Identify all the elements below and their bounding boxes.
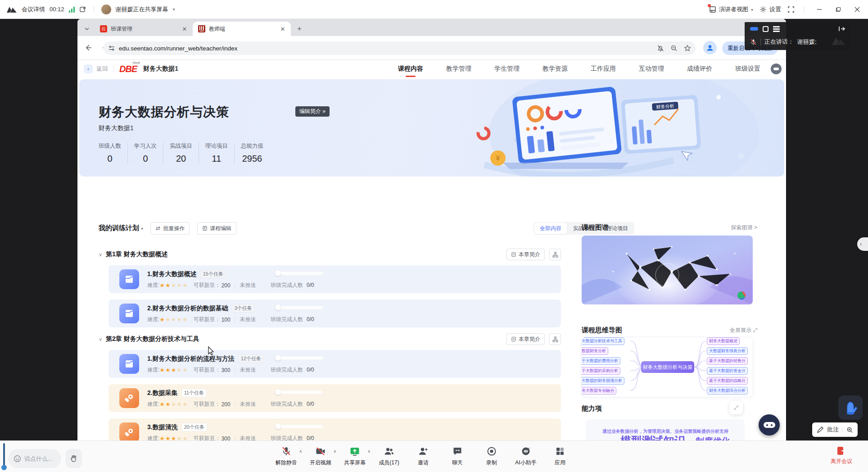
toolbar-record-button[interactable]: 录制 — [480, 444, 503, 471]
chapter-intro-button[interactable]: 本章简介 — [506, 249, 545, 260]
fullscreen-icon[interactable] — [787, 6, 795, 13]
meeting-detail-link[interactable]: 会议详情 — [22, 5, 45, 14]
chat-quick-input[interactable] — [8, 449, 61, 468]
toolbar-invite-button[interactable]: 邀请 — [411, 444, 435, 471]
zoom-in-icon[interactable] — [846, 427, 853, 433]
chevron-up-icon[interactable]: ∧ — [299, 449, 302, 454]
chevron-down-icon[interactable]: ▾ — [141, 226, 143, 231]
batch-actions-button[interactable]: 批量操作 — [150, 222, 190, 235]
mindmap-node[interactable]: 财务大数据专创融合 — [582, 387, 616, 395]
nav-item-1[interactable]: 教学管理 — [446, 65, 471, 73]
leave-meeting-button[interactable]: 离开会议 — [831, 446, 852, 465]
chat-input[interactable] — [24, 455, 56, 462]
mindmap-node[interactable]: 基于大数据的销售分 — [707, 357, 748, 365]
item-title[interactable]: 2.数据采集 — [147, 389, 178, 397]
pen-icon[interactable] — [817, 427, 823, 433]
volume-slider[interactable] — [1, 443, 7, 471]
toolbar-mic-off-button[interactable]: 解除静音 ∧ — [275, 444, 298, 471]
browser-tab[interactable]: 云 班课管理 ✕ — [95, 22, 193, 36]
annotate-label[interactable]: 批注 — [827, 426, 839, 434]
address-bar[interactable]: edu.seentao.com/runner_web/teacher/index — [104, 41, 696, 55]
nav-item-5[interactable]: 互动管理 — [639, 65, 664, 73]
item-title[interactable]: 1.财务大数据分析的流程与方法 — [147, 355, 235, 363]
notifications-blocked-icon[interactable] — [657, 45, 664, 52]
mindmap-node[interactable]: 基于大数据的战略分 — [707, 377, 748, 385]
course-edit-button[interactable]: 课程编辑 — [197, 222, 236, 235]
nav-item-4[interactable]: 工作应用 — [591, 65, 616, 73]
chevron-up-icon[interactable]: ∧ — [333, 449, 336, 454]
url-text[interactable]: edu.seentao.com/runner_web/teacher/index — [119, 45, 657, 52]
back-chevron-icon[interactable]: ‹ — [84, 64, 93, 73]
chevron-down-icon[interactable]: ∨ — [99, 336, 102, 342]
chapter-intro-button[interactable]: 本章简介 — [506, 333, 545, 345]
mindmap-node[interactable]: 大数据财务报表分析 — [707, 347, 748, 355]
browser-tab-active[interactable]: 教师端 ✕ — [193, 22, 291, 36]
nav-item-3[interactable]: 教学资源 — [542, 65, 568, 73]
toolbar-screen-share-button[interactable]: 共享屏幕 ∧ — [343, 444, 366, 471]
tab-close-icon[interactable]: ✕ — [181, 25, 188, 32]
course-item[interactable]: 2.财务大数据分析的数据基础 3个任务 难度:★★★★★ 可获新豆：100 未推… — [108, 300, 561, 327]
edit-intro-button[interactable]: 编辑简介 » — [295, 106, 330, 117]
maximize-button[interactable] — [832, 3, 845, 16]
course-map-image[interactable] — [582, 236, 753, 304]
mindmap-node[interactable]: 财务大数据概述 — [707, 337, 740, 345]
nav-item-6[interactable]: 成绩评价 — [687, 65, 712, 73]
sharing-status[interactable]: 谢丽媛正在共享屏幕 — [116, 5, 168, 14]
site-settings-icon[interactable] — [108, 45, 115, 52]
collapse-panel-icon[interactable] — [838, 26, 845, 32]
mindmap-node[interactable]: 务大数据分析技术与工具 — [582, 337, 624, 345]
toolbar-camera-off-button[interactable]: 开启视频 ∧ — [309, 444, 332, 471]
browser-profile-avatar[interactable] — [703, 41, 717, 54]
list-view-icon[interactable] — [773, 26, 780, 32]
nav-item-2[interactable]: 学生管理 — [494, 65, 520, 73]
fullscreen-link[interactable]: 全屏展示 ⤢ — [730, 327, 757, 334]
edge-collapse-handle[interactable]: ‹ — [857, 237, 868, 251]
nav-item-0[interactable]: 课程内容 — [398, 65, 423, 73]
chevron-down-icon[interactable]: ∨ — [99, 252, 102, 258]
back-icon[interactable] — [82, 41, 95, 54]
mindmap-node[interactable]: 基于大数据的采购分析 — [582, 367, 620, 375]
chapter-tree-button[interactable] — [549, 333, 561, 345]
nav-item-7[interactable]: 班级设置 — [735, 65, 760, 73]
item-title[interactable]: 2.财务大数据分析的数据基础 — [147, 304, 228, 313]
settings-button[interactable]: 设置 — [760, 5, 781, 14]
chevron-up-icon[interactable]: ∧ — [367, 449, 371, 454]
back-link[interactable]: 返回 — [96, 65, 108, 73]
plan-title[interactable]: 我的训练计划 — [99, 224, 139, 232]
raise-hand-button[interactable] — [66, 449, 82, 468]
item-title[interactable]: 3.数据清洗 — [147, 423, 178, 431]
glove-hand-icon[interactable] — [838, 395, 863, 420]
course-item[interactable]: 1.财务大数据概述 15个任务 难度:★★★★★ 可获新豆：200 未推送 班级… — [108, 265, 561, 293]
ai-robot-icon[interactable] — [771, 64, 782, 74]
course-item[interactable]: 1.财务大数据分析的流程与方法 12个任务 难度:★★★★★ 可获新豆：300 … — [108, 350, 561, 378]
course-item[interactable]: 2.数据采集 11个任务 难度:★★★★★ 可获新豆：200 未推送 班级完成人… — [108, 384, 561, 412]
gallery-strip-icon[interactable] — [750, 27, 758, 31]
thumbnail-view-icon[interactable] — [763, 26, 769, 32]
toolbar-ai-assistant-button[interactable]: AI小助手 — [514, 444, 538, 471]
new-tab-button[interactable]: + — [294, 23, 305, 35]
mindmap-node[interactable]: 财务大数据综合分析 — [707, 387, 748, 395]
tab-close-icon[interactable]: ✕ — [279, 25, 286, 32]
mindmap-node[interactable]: 于大数据的财务困境分析 — [582, 377, 624, 385]
mindmap-node[interactable]: 基于大数据的资金分 — [707, 367, 748, 375]
view-mode-button[interactable]: 演讲者视图▾ — [709, 5, 753, 14]
close-button[interactable] — [851, 3, 863, 16]
toolbar-members-button[interactable]: 成员(17) — [377, 444, 401, 471]
mindmap-node[interactable]: 基于大数据的费用分析 — [582, 357, 620, 365]
bookmark-star-icon[interactable] — [684, 45, 691, 52]
item-title[interactable]: 1.财务大数据概述 — [147, 270, 197, 278]
course-mindmap[interactable]: 财务大数据分析与决策 务大数据分析技术与工具大数据财务分析基于大数据的费用分析基… — [582, 337, 753, 397]
toolbar-chat-button[interactable]: 聊天 — [446, 444, 469, 471]
zoom-out-icon[interactable] — [670, 45, 678, 52]
mindmap-center-node[interactable]: 财务大数据分析与决策 — [641, 361, 694, 373]
chevron-down-icon[interactable]: ▾ — [173, 7, 175, 12]
mindmap-node[interactable]: 大数据财务分析 — [582, 347, 608, 355]
pop-out-icon[interactable] — [79, 6, 86, 13]
tab-search-button[interactable] — [81, 23, 93, 35]
ai-assistant-fab[interactable] — [759, 414, 780, 436]
expand-icon[interactable]: ⤢ — [729, 401, 743, 414]
filter-tab-0[interactable]: 全部内容 — [534, 223, 567, 234]
toolbar-apps-button[interactable]: 应用 — [548, 444, 572, 471]
chapter-tree-button[interactable] — [549, 249, 561, 260]
minimize-button[interactable] — [813, 3, 826, 16]
